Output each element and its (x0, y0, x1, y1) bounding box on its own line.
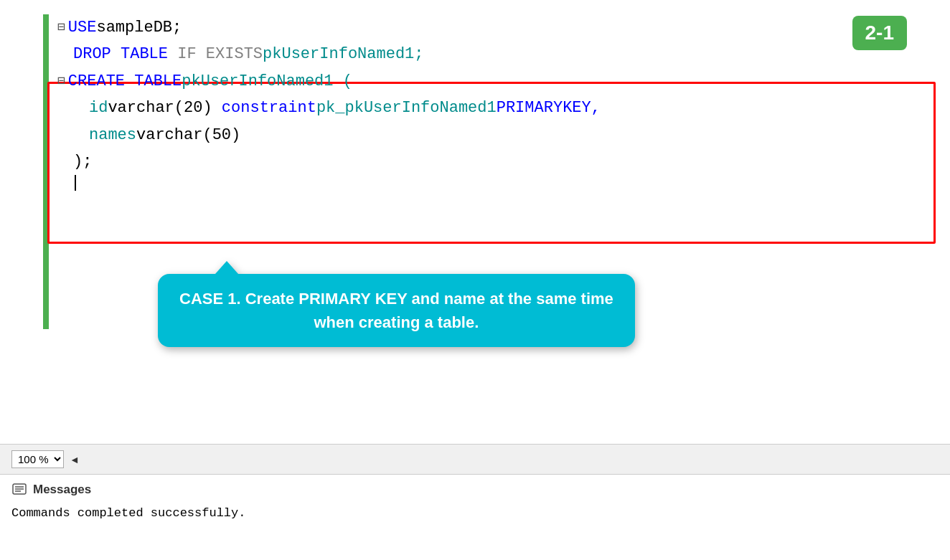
code-line-2: DROP TABLE IF EXISTS pkUserInfoNamed1; (57, 41, 936, 67)
code-line-1: ⊟ USE sampleDB; (57, 14, 936, 41)
keyword-primary: PRIMARY (497, 95, 563, 121)
col-type2: varchar(50) (136, 122, 240, 148)
keyword-constraint: constraint (222, 95, 316, 121)
code-line-6: ); (57, 148, 936, 175)
zoom-select[interactable]: 100 % 75 % 125 % 150 % (11, 450, 64, 468)
code-editor: ⊟ USE sampleDB; DROP TABLE IF EXISTS pkU… (0, 0, 950, 205)
code-line-5: names varchar(50) (57, 122, 936, 148)
keyword-key: KEY, (563, 95, 601, 121)
col-id: id (89, 95, 108, 121)
messages-header: Messages (0, 482, 950, 503)
scroll-left-arrow[interactable]: ◄ (70, 454, 80, 465)
tooltip-line1: CASE 1. Create PRIMARY KEY and name at t… (179, 287, 613, 310)
messages-content: Commands completed successfully. (0, 503, 950, 528)
line3-tablename: pkUserInfoNamed1 ( (182, 68, 352, 95)
messages-panel: Messages Commands completed successfully… (0, 474, 950, 560)
keyword-use: USE (68, 14, 97, 41)
keyword-create: CREATE (68, 68, 125, 95)
keyword-table2: TABLE (134, 68, 182, 95)
line1-text: sampleDB; (96, 14, 182, 41)
code-line-3: ⊟ CREATE TABLE pkUserInfoNamed1 ( (57, 68, 936, 95)
cursor (75, 175, 76, 191)
keyword-exists: EXISTS (206, 41, 263, 67)
col-names: names (89, 122, 136, 148)
keyword-table: TABLE (121, 41, 168, 67)
keyword-drop: DROP (73, 41, 111, 67)
tooltip-line2: when creating a table. (179, 310, 613, 334)
messages-text: Commands completed successfully. (11, 506, 245, 520)
zoom-bar: 100 % 75 % 125 % 150 % ◄ (0, 444, 950, 474)
tooltip-bubble: CASE 1. Create PRIMARY KEY and name at t… (158, 274, 635, 347)
code-line-4: id varchar(20) constraint pk_pkUserInfoN… (57, 95, 936, 121)
collapse-icon-1: ⊟ (57, 16, 65, 39)
closing-paren: ); (73, 148, 92, 175)
line2-tablename: pkUserInfoNamed1; (263, 41, 423, 67)
col-type1: varchar(20) (108, 95, 212, 121)
messages-icon (11, 482, 27, 498)
constraint-name: pk_pkUserInfoNamed1 (316, 95, 497, 121)
collapse-icon-3: ⊟ (57, 70, 65, 92)
keyword-if: IF (177, 41, 196, 67)
code-line-cursor (57, 175, 936, 191)
editor-area: 2-1 ⊟ USE sampleDB; DROP TABLE IF EXISTS… (0, 0, 950, 444)
messages-tab-label: Messages (33, 483, 91, 497)
